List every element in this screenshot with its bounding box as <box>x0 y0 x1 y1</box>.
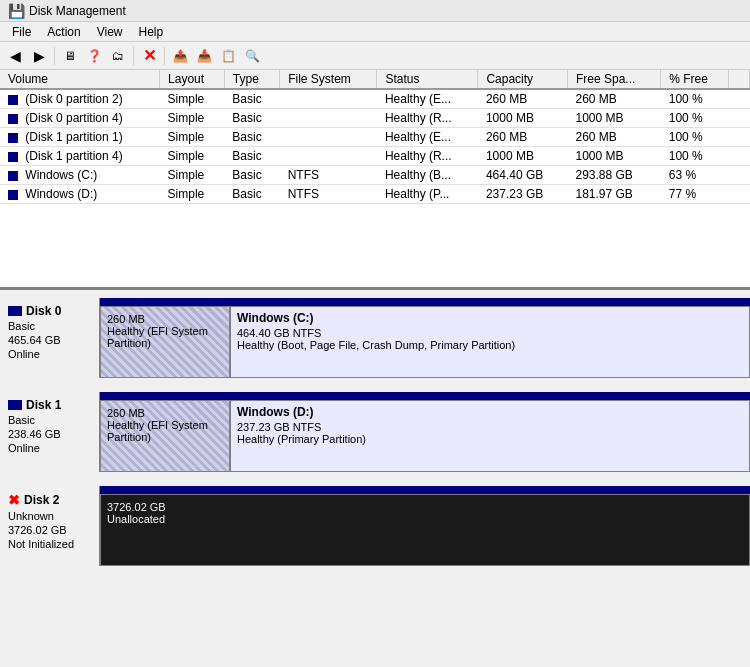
partition-detail-1-1: Healthy (Primary Partition) <box>237 433 743 445</box>
col-layout: Layout <box>160 70 225 89</box>
col-filesystem: File System <box>280 70 377 89</box>
menu-action[interactable]: Action <box>39 23 88 41</box>
disk-label-1: Disk 1 Basic 238.46 GB Online <box>0 392 100 472</box>
disk-size-2: 3726.02 GB <box>8 524 91 536</box>
help-button[interactable]: ❓ <box>83 45 105 67</box>
disk-label-0: Disk 0 Basic 465.64 GB Online <box>0 298 100 378</box>
back-button[interactable]: ◀ <box>4 45 26 67</box>
cell-filesystem: NTFS <box>280 166 377 185</box>
table-row[interactable]: (Disk 1 partition 1) Simple Basic Health… <box>0 128 750 147</box>
cell-filesystem <box>280 89 377 109</box>
partition-detail-1-0: Healthy (EFI System Partition) <box>107 419 223 443</box>
app-icon: 💾 <box>8 3 25 19</box>
main-container: Volume Layout Type File System Status Ca… <box>0 70 750 667</box>
properties-button[interactable]: 🖥 <box>59 45 81 67</box>
partition-detail-0-0: Healthy (EFI System Partition) <box>107 325 223 349</box>
partition-2-0[interactable]: 3726.02 GBUnallocated <box>100 494 750 566</box>
partition-0-0[interactable]: 260 MBHealthy (EFI System Partition) <box>100 306 230 378</box>
table-header-row: Volume Layout Type File System Status Ca… <box>0 70 750 89</box>
disk-separator <box>0 476 750 482</box>
disk-header-bar <box>100 298 750 306</box>
cell-status: Healthy (P... <box>377 185 478 204</box>
table-row[interactable]: (Disk 1 partition 4) Simple Basic Health… <box>0 147 750 166</box>
partition-1-1[interactable]: Windows (D:)237.23 GB NTFSHealthy (Prima… <box>230 400 750 472</box>
disk-row: ✖ Disk 2 Unknown 3726.02 GB Not Initiali… <box>0 486 750 566</box>
toolbar-separator-2 <box>133 47 134 65</box>
cell-freespace: 1000 MB <box>567 109 660 128</box>
partition-name-0-1: Windows (C:) <box>237 311 743 325</box>
cell-filesystem <box>280 128 377 147</box>
cell-layout: Simple <box>160 185 225 204</box>
disk-name-2: ✖ Disk 2 <box>8 492 91 508</box>
cell-type: Basic <box>224 166 279 185</box>
disk-status-2: Not Initialized <box>8 538 91 550</box>
forward-button[interactable]: ▶ <box>28 45 50 67</box>
disk-header-bar <box>100 392 750 400</box>
col-percentfree: % Free <box>661 70 729 89</box>
col-freespace: Free Spa... <box>567 70 660 89</box>
cell-percentfree: 77 % <box>661 185 729 204</box>
disk-type-1: Basic <box>8 414 91 426</box>
disk-type-0: Basic <box>8 320 91 332</box>
partition-size-1-1: 237.23 GB NTFS <box>237 421 743 433</box>
partition-0-1[interactable]: Windows (C:)464.40 GB NTFSHealthy (Boot,… <box>230 306 750 378</box>
disk-partitions-1: 260 MBHealthy (EFI System Partition)Wind… <box>100 392 750 472</box>
col-volume: Volume <box>0 70 160 89</box>
cell-volume: (Disk 1 partition 1) <box>0 128 160 147</box>
toolbar-separator-3 <box>164 47 165 65</box>
cell-extra <box>729 185 750 204</box>
export-button[interactable]: 📤 <box>169 45 191 67</box>
cell-percentfree: 100 % <box>661 128 729 147</box>
refresh-button[interactable]: 🗂 <box>107 45 129 67</box>
table-row[interactable]: Windows (C:) Simple Basic NTFS Healthy (… <box>0 166 750 185</box>
menu-view[interactable]: View <box>89 23 131 41</box>
menu-bar: File Action View Help <box>0 22 750 42</box>
partition-size-2-0: 3726.02 GB <box>107 501 743 513</box>
cell-type: Basic <box>224 109 279 128</box>
cell-extra <box>729 147 750 166</box>
disk-size-0: 465.64 GB <box>8 334 91 346</box>
cell-extra <box>729 128 750 147</box>
table-row[interactable]: Windows (D:) Simple Basic NTFS Healthy (… <box>0 185 750 204</box>
cell-layout: Simple <box>160 89 225 109</box>
volume-table: Volume Layout Type File System Status Ca… <box>0 70 750 204</box>
partition-size-0-0: 260 MB <box>107 313 223 325</box>
cell-percentfree: 63 % <box>661 166 729 185</box>
settings-button[interactable]: 📋 <box>217 45 239 67</box>
partition-1-0[interactable]: 260 MBHealthy (EFI System Partition) <box>100 400 230 472</box>
cell-status: Healthy (E... <box>377 128 478 147</box>
disk-status-1: Online <box>8 442 91 454</box>
menu-help[interactable]: Help <box>131 23 172 41</box>
partitions-row: 3726.02 GBUnallocated <box>100 494 750 566</box>
cell-layout: Simple <box>160 166 225 185</box>
cell-status: Healthy (R... <box>377 147 478 166</box>
cell-volume: Windows (C:) <box>0 166 160 185</box>
graphical-disk-area: Disk 0 Basic 465.64 GB Online 260 MBHeal… <box>0 290 750 667</box>
cell-status: Healthy (R... <box>377 109 478 128</box>
delete-button[interactable]: ✕ <box>138 45 160 67</box>
disk-name-1: Disk 1 <box>8 398 91 412</box>
disk-status-0: Online <box>8 348 91 360</box>
partition-size-0-1: 464.40 GB NTFS <box>237 327 743 339</box>
table-row[interactable]: (Disk 0 partition 4) Simple Basic Health… <box>0 109 750 128</box>
col-status: Status <box>377 70 478 89</box>
disk-row: Disk 1 Basic 238.46 GB Online 260 MBHeal… <box>0 392 750 472</box>
table-row[interactable]: (Disk 0 partition 2) Simple Basic Health… <box>0 89 750 109</box>
cell-extra <box>729 109 750 128</box>
disk-name-0: Disk 0 <box>8 304 91 318</box>
col-capacity: Capacity <box>478 70 568 89</box>
cell-filesystem <box>280 109 377 128</box>
partition-size-1-0: 260 MB <box>107 407 223 419</box>
partitions-row: 260 MBHealthy (EFI System Partition)Wind… <box>100 400 750 472</box>
cell-percentfree: 100 % <box>661 147 729 166</box>
menu-file[interactable]: File <box>4 23 39 41</box>
import-button[interactable]: 📥 <box>193 45 215 67</box>
disk-size-1: 238.46 GB <box>8 428 91 440</box>
toolbar-separator-1 <box>54 47 55 65</box>
app-title: Disk Management <box>29 4 126 18</box>
cell-freespace: 293.88 GB <box>567 166 660 185</box>
cell-capacity: 260 MB <box>478 128 568 147</box>
cell-volume: Windows (D:) <box>0 185 160 204</box>
view-button[interactable]: 🔍 <box>241 45 263 67</box>
cell-extra <box>729 166 750 185</box>
